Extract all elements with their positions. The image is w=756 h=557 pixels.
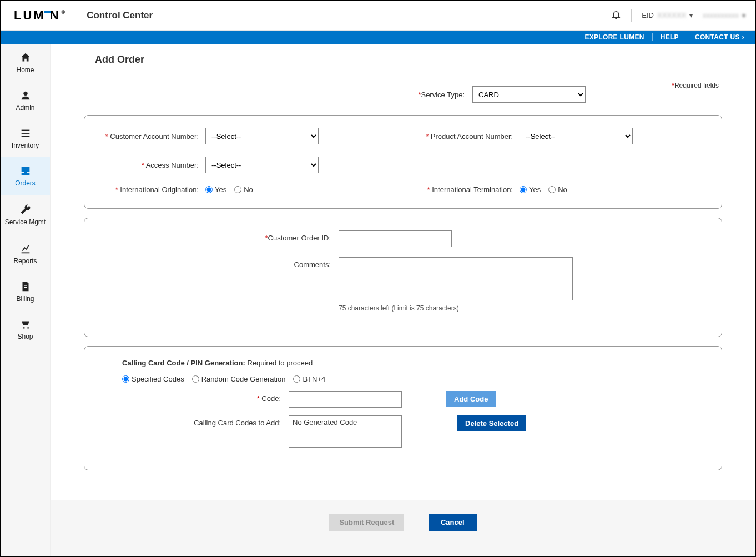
chevron-right-icon: › (742, 33, 744, 41)
page-title: Add Order (51, 44, 755, 76)
sidebar-item-shop[interactable]: Shop (1, 310, 50, 348)
topbar: LUMN® Control Center EID XXXXXX ▾ xxxxxx… (1, 1, 755, 31)
cancel-button[interactable]: Cancel (429, 514, 477, 531)
svg-rect-2 (21, 133, 29, 134)
access-number-select[interactable]: --Select-- (205, 157, 319, 173)
sidebar-item-reports[interactable]: Reports (1, 235, 50, 273)
svg-rect-4 (21, 173, 29, 175)
svg-rect-1 (21, 130, 29, 131)
code-input[interactable] (289, 391, 402, 408)
notifications-icon[interactable] (611, 9, 621, 21)
pin-generation-panel: Calling Card Code / PIN Generation: Requ… (84, 346, 722, 470)
comments-hint: 75 characters left (Limit is 75 characte… (339, 304, 573, 312)
cart-icon (19, 318, 32, 330)
svg-rect-5 (24, 285, 27, 285)
user-dropdown[interactable]: xxxxxxxxxx ▾ (703, 11, 745, 19)
sidebar-item-label: Billing (16, 295, 34, 303)
codes-to-add-label: Calling Card Codes to Add: (100, 415, 289, 427)
intl-termination-label: * International Termination: (414, 185, 520, 194)
svg-rect-3 (21, 136, 29, 137)
username: xxxxxxxxxx (703, 11, 739, 19)
sidebar-item-billing[interactable]: Billing (1, 273, 50, 310)
intl-term-no-radio[interactable]: No (548, 185, 567, 194)
eid-value: XXXXXX (657, 11, 686, 19)
explore-lumen-link[interactable]: EXPLORE LUMEN (577, 33, 652, 41)
sidebar-item-label: Admin (16, 104, 34, 112)
user-icon (19, 89, 32, 102)
intl-term-yes-radio[interactable]: Yes (520, 185, 541, 194)
customer-order-id-input[interactable] (339, 230, 452, 247)
sidebar-item-service-mgmt[interactable]: Service Mgmt (1, 195, 50, 235)
random-code-radio[interactable]: Random Code Generation (192, 375, 286, 383)
customer-account-label: * Customer Account Number: (100, 132, 205, 140)
footer-actions: Submit Request Cancel (51, 500, 755, 556)
chevron-down-icon: ▾ (689, 12, 693, 19)
svg-point-0 (23, 92, 27, 96)
sidebar-item-inventory[interactable]: Inventory (1, 119, 50, 157)
sidebar-item-home[interactable]: Home (1, 44, 50, 82)
comments-textarea[interactable] (339, 257, 573, 300)
codes-list-placeholder: No Generated Code (293, 418, 357, 426)
sidebar-item-label: Orders (15, 179, 36, 187)
service-type-select[interactable]: CARD (472, 86, 586, 103)
product-account-label: * Product Account Number: (414, 132, 520, 140)
service-type-row: *Service Type: CARD *Required fields (84, 76, 722, 115)
sidebar-item-label: Inventory (12, 142, 39, 149)
pin-panel-subtitle: Required to proceed (247, 359, 313, 367)
contact-us-link[interactable]: CONTACT US› (687, 33, 744, 41)
sidebar-item-label: Shop (17, 333, 33, 340)
service-type-label: *Service Type: (220, 91, 465, 99)
sidebar-item-label: Service Mgmt (5, 218, 46, 226)
add-code-button[interactable]: Add Code (446, 391, 496, 407)
sidebar-item-orders[interactable]: Orders (1, 157, 50, 195)
access-number-label: * Access Number: (100, 161, 205, 169)
btn4-radio[interactable]: BTN+4 (293, 375, 325, 383)
chevron-down-icon: ▾ (742, 12, 745, 19)
submit-request-button[interactable]: Submit Request (329, 514, 404, 531)
codes-listbox[interactable]: No Generated Code (289, 415, 402, 448)
inbox-icon (19, 165, 32, 177)
order-panel: *Customer Order ID: Comments: 75 charact… (84, 218, 722, 337)
customer-account-select[interactable]: --Select-- (205, 128, 319, 144)
required-fields-note: *Required fields (672, 82, 719, 89)
list-icon (19, 127, 32, 139)
product-account-select[interactable]: --Select-- (520, 128, 633, 144)
sidebar-item-admin[interactable]: Admin (1, 82, 50, 119)
pin-panel-title: Calling Card Code / PIN Generation: (122, 359, 245, 367)
svg-rect-6 (24, 287, 27, 288)
document-icon (19, 280, 32, 293)
divider (631, 9, 632, 22)
chart-icon (19, 243, 32, 255)
customer-order-id-label: *Customer Order ID: (100, 230, 339, 242)
help-link[interactable]: HELP (653, 33, 687, 41)
home-icon (19, 52, 32, 64)
account-panel: * Customer Account Number: --Select-- * … (84, 115, 722, 209)
eid-dropdown[interactable]: EID XXXXXX ▾ (642, 11, 693, 19)
sidebar-item-label: Reports (13, 257, 37, 265)
svg-point-7 (23, 327, 24, 329)
eid-prefix: EID (642, 11, 654, 19)
app-title: Control Center (87, 10, 153, 21)
intl-orig-yes-radio[interactable]: Yes (205, 185, 226, 194)
specified-codes-radio[interactable]: Specified Codes (122, 375, 184, 383)
secondary-nav: EXPLORE LUMEN HELP CONTACT US› (1, 31, 755, 44)
main-content: Add Order *Service Type: CARD *Required … (51, 44, 755, 556)
intl-orig-no-radio[interactable]: No (234, 185, 253, 194)
comments-label: Comments: (100, 257, 339, 269)
code-label: * Code: (100, 391, 289, 403)
sidebar-item-label: Home (16, 66, 34, 74)
svg-point-8 (27, 327, 29, 329)
logo: LUMN® (14, 8, 65, 23)
wrench-icon (19, 204, 32, 216)
intl-origination-label: * International Origination: (100, 185, 205, 194)
sidebar: Home Admin Inventory Orders Service Mgmt… (1, 44, 51, 556)
delete-selected-button[interactable]: Delete Selected (457, 415, 526, 431)
